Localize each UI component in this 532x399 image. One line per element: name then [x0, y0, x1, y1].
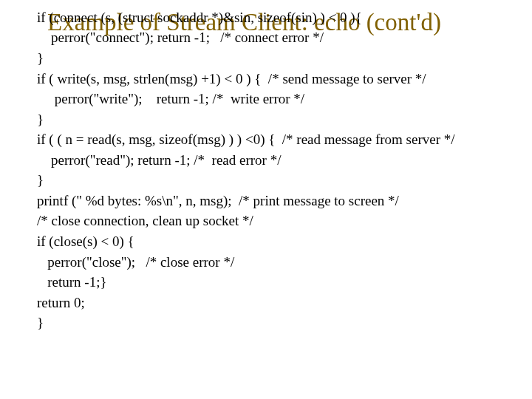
code-block: if (connect (s, (struct sockaddr *)&sin,… — [37, 7, 510, 333]
slide-container: Example of Stream Client: echo (cont'd) … — [0, 0, 532, 399]
